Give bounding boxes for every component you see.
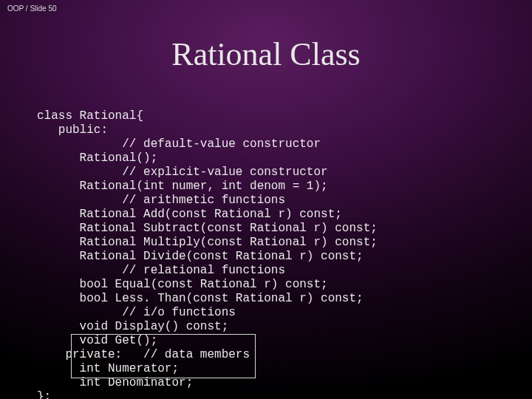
highlight-box bbox=[71, 334, 256, 378]
code-line: Rational Add(const Rational r) const; bbox=[37, 208, 342, 221]
code-line: class Rational{ bbox=[37, 109, 143, 123]
code-line: Rational(int numer, int denom = 1); bbox=[37, 180, 328, 193]
code-line: Rational(); bbox=[37, 151, 157, 165]
code-line: void Display() const; bbox=[37, 320, 228, 333]
slide: OOP / Slide 50 Rational Class class Rati… bbox=[0, 0, 532, 399]
code-line: Rational Divide(const Rational r) const; bbox=[37, 250, 364, 263]
slide-header: OOP / Slide 50 bbox=[7, 4, 57, 13]
code-line: // arithmetic functions bbox=[37, 194, 285, 207]
code-line: // explicit-value constructor bbox=[37, 166, 328, 179]
code-line: // default-value constructor bbox=[37, 137, 321, 151]
code-line: }; bbox=[37, 390, 51, 399]
code-line: public: bbox=[37, 123, 108, 137]
code-line: // i/o functions bbox=[37, 306, 236, 319]
code-line: bool Equal(const Rational r) const; bbox=[37, 278, 328, 291]
slide-title: Rational Class bbox=[0, 35, 532, 73]
code-line: Rational Subtract(const Rational r) cons… bbox=[37, 222, 378, 235]
code-line: bool Less. Than(const Rational r) const; bbox=[37, 292, 364, 305]
code-line: Rational Multiply(const Rational r) cons… bbox=[37, 236, 378, 249]
code-line: // relational functions bbox=[37, 264, 285, 277]
